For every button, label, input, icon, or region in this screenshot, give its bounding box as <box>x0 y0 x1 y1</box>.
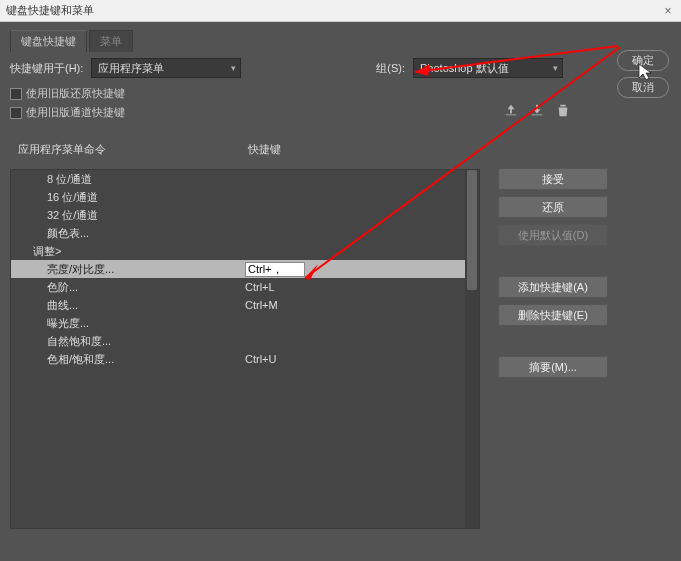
scroll-thumb[interactable] <box>467 170 477 290</box>
row-label: 16 位/通道 <box>11 190 241 205</box>
legacy-undo-label: 使用旧版还原快捷键 <box>26 86 125 101</box>
row-label: 亮度/对比度... <box>11 262 241 277</box>
list-row[interactable]: 色阶...Ctrl+L <box>11 278 479 296</box>
row-label: 32 位/通道 <box>11 208 241 223</box>
column-command-header: 应用程序菜单命令 <box>10 142 240 157</box>
row-shortcut: Ctrl+M <box>241 299 479 311</box>
new-set-icon[interactable] <box>529 102 545 118</box>
row-shortcut <box>241 262 479 277</box>
undo-button[interactable]: 还原 <box>498 196 608 218</box>
list-row[interactable]: 曝光度... <box>11 314 479 332</box>
row-shortcut: Ctrl+U <box>241 353 479 365</box>
list-row[interactable]: 颜色表... <box>11 224 479 242</box>
close-icon[interactable]: × <box>661 4 675 18</box>
tab-keyboard-shortcuts[interactable]: 键盘快捷键 <box>10 30 87 52</box>
set-label: 组(S): <box>376 61 405 76</box>
shortcut-list: 8 位/通道16 位/通道32 位/通道颜色表...调整>亮度/对比度...色阶… <box>10 169 480 529</box>
row-label: 色阶... <box>11 280 241 295</box>
set-select[interactable]: Photoshop 默认值 <box>413 58 563 78</box>
shortcut-input[interactable] <box>245 262 305 277</box>
row-label: 自然饱和度... <box>11 334 241 349</box>
list-row[interactable]: 曲线...Ctrl+M <box>11 296 479 314</box>
row-shortcut: Ctrl+L <box>241 281 479 293</box>
legacy-channel-label: 使用旧版通道快捷键 <box>26 105 125 120</box>
set-value: Photoshop 默认值 <box>420 61 509 76</box>
row-label: 调整> <box>11 244 241 259</box>
row-label: 颜色表... <box>11 226 241 241</box>
use-default-button[interactable]: 使用默认值(D) <box>498 224 608 246</box>
accept-button[interactable]: 接受 <box>498 168 608 190</box>
legacy-undo-checkbox[interactable] <box>10 88 22 100</box>
row-label: 曝光度... <box>11 316 241 331</box>
row-label: 8 位/通道 <box>11 172 241 187</box>
shortcuts-for-label: 快捷键用于(H): <box>10 61 83 76</box>
list-row[interactable]: 32 位/通道 <box>11 206 479 224</box>
shortcuts-for-value: 应用程序菜单 <box>98 61 164 76</box>
list-row[interactable]: 8 位/通道 <box>11 170 479 188</box>
tab-menus[interactable]: 菜单 <box>89 30 133 52</box>
delete-shortcut-button[interactable]: 删除快捷键(E) <box>498 304 608 326</box>
summarize-button[interactable]: 摘要(M)... <box>498 356 608 378</box>
save-set-icon[interactable] <box>503 102 519 118</box>
row-label: 色相/饱和度... <box>11 352 241 367</box>
list-row[interactable]: 亮度/对比度... <box>11 260 479 278</box>
row-label: 曲线... <box>11 298 241 313</box>
list-row[interactable]: 自然饱和度... <box>11 332 479 350</box>
shortcuts-for-select[interactable]: 应用程序菜单 <box>91 58 241 78</box>
column-shortcut-header: 快捷键 <box>240 142 480 157</box>
delete-set-icon[interactable] <box>555 102 571 118</box>
list-row[interactable]: 调整> <box>11 242 479 260</box>
cancel-button[interactable]: 取消 <box>617 77 669 98</box>
ok-button[interactable]: 确定 <box>617 50 669 71</box>
window-title: 键盘快捷键和菜单 <box>6 3 94 18</box>
list-row[interactable]: 16 位/通道 <box>11 188 479 206</box>
scrollbar[interactable] <box>465 170 479 528</box>
add-shortcut-button[interactable]: 添加快捷键(A) <box>498 276 608 298</box>
list-row[interactable]: 色相/饱和度...Ctrl+U <box>11 350 479 368</box>
legacy-channel-checkbox[interactable] <box>10 107 22 119</box>
